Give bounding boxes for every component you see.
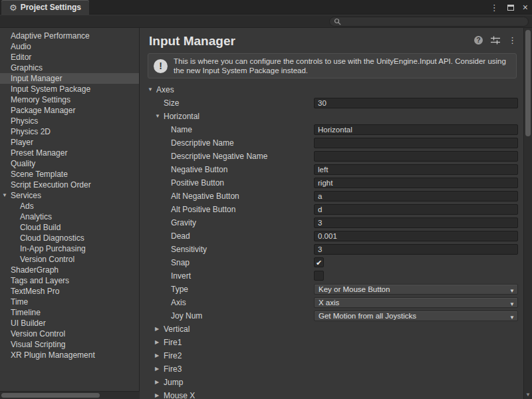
text-field-dead[interactable]: 0.001 [314, 231, 518, 241]
text-field-descriptive-name[interactable] [314, 138, 518, 148]
more-menu-icon[interactable]: ⋮ [508, 36, 517, 45]
sidebar-item-player[interactable]: Player [0, 137, 139, 148]
dropdown-joy-num[interactable]: Get Motion from all Joysticks▼ [314, 311, 518, 321]
foldout-closed-icon[interactable]: ▶ [155, 352, 159, 359]
sidebar-horizontal-scrollbar[interactable] [0, 391, 140, 399]
sidebar-item-label: Memory Settings [11, 95, 70, 104]
field-row-axes: ▼Axes [140, 83, 523, 96]
field-label[interactable]: Mouse X [164, 391, 195, 399]
maximize-icon[interactable] [507, 5, 514, 11]
sidebar-item-xr-plugin-management[interactable]: XR Plugin Management [0, 350, 139, 360]
field-label[interactable]: Vertical [164, 325, 190, 334]
search-input[interactable] [344, 18, 524, 26]
field-label[interactable]: Jump [164, 378, 183, 387]
text-field-gravity[interactable]: 3 [314, 217, 518, 228]
field-label[interactable]: Fire1 [164, 338, 182, 347]
foldout-open-icon[interactable]: ▼ [148, 86, 153, 93]
sidebar-item-shadergraph[interactable]: ShaderGraph [0, 265, 139, 275]
text-field-negative-button[interactable]: left [314, 164, 518, 175]
field-label: Descriptive Name [171, 138, 234, 148]
presets-icon[interactable] [491, 36, 500, 45]
sidebar-item-ui-builder[interactable]: UI Builder [0, 318, 139, 329]
sidebar-item-version-control[interactable]: Version Control [0, 254, 139, 265]
foldout-closed-icon[interactable]: ▶ [155, 392, 159, 399]
checkbox-snap[interactable]: ✔ [314, 257, 324, 267]
sidebar-item-services[interactable]: ▼Services [0, 190, 139, 201]
sidebar-item-graphics[interactable]: Graphics [0, 63, 139, 73]
search-box[interactable] [329, 17, 529, 27]
foldout-open-icon[interactable]: ▼ [155, 113, 160, 120]
sidebar-item-scene-template[interactable]: Scene Template [0, 169, 139, 180]
dropdown-arrow-icon: ▼ [509, 300, 515, 308]
sidebar-item-label: Services [11, 191, 41, 200]
sidebar-item-preset-manager[interactable]: Preset Manager [0, 148, 139, 158]
help-icon[interactable]: ? [474, 36, 483, 45]
sidebar-item-package-manager[interactable]: Package Manager [0, 105, 139, 116]
scrollbar-thumb[interactable] [1, 393, 100, 398]
field-label[interactable]: Fire3 [164, 364, 182, 374]
sidebar-item-cloud-diagnostics[interactable]: Cloud Diagnostics [0, 233, 139, 243]
sidebar-item-version-control[interactable]: Version Control [0, 329, 139, 339]
foldout-open-icon[interactable]: ▼ [2, 190, 7, 201]
tab-project-settings[interactable]: ⚙ Project Settings [1, 0, 89, 15]
sidebar-item-label: XR Plugin Management [11, 350, 95, 360]
sidebar-item-timeline[interactable]: Timeline [0, 307, 139, 318]
dropdown-type[interactable]: Key or Mouse Button▼ [314, 284, 518, 295]
text-field-descriptive-negative-name[interactable] [314, 151, 518, 162]
sidebar-item-time[interactable]: Time [0, 297, 139, 307]
close-icon[interactable]: × [523, 3, 528, 12]
field-label[interactable]: Fire2 [164, 351, 182, 360]
sidebar-item-audio[interactable]: Audio [0, 41, 139, 52]
dropdown-axis[interactable]: X axis▼ [314, 297, 518, 308]
sidebar-item-in-app-purchasing[interactable]: In-App Purchasing [0, 243, 139, 254]
text-field-alt-negative-button[interactable]: a [314, 191, 518, 201]
text-field-sensitivity[interactable]: 3 [314, 244, 518, 255]
text-field-alt-positive-button[interactable]: d [314, 204, 518, 215]
sidebar-item-physics[interactable]: Physics [0, 116, 139, 126]
checkbox-invert[interactable] [314, 271, 324, 281]
info-box: ! This is where you can configure the co… [148, 53, 517, 78]
text-field-size[interactable]: 30 [314, 98, 518, 108]
field-row-type: TypeKey or Mouse Button▼ [140, 283, 523, 296]
field-row-sensitivity: Sensitivity3 [140, 243, 523, 256]
sidebar-item-label: Editor [11, 53, 31, 62]
sidebar-item-label: ShaderGraph [11, 265, 59, 275]
foldout-closed-icon[interactable]: ▶ [155, 339, 159, 346]
scroll-down-icon[interactable]: ▼ [524, 392, 532, 398]
sidebar-item-ads[interactable]: Ads [0, 201, 139, 211]
settings-list: Adaptive PerformanceAudioEditorGraphicsI… [0, 31, 139, 360]
sidebar-item-label: Cloud Build [20, 223, 61, 232]
sidebar-item-memory-settings[interactable]: Memory Settings [0, 94, 139, 105]
foldout-closed-icon[interactable]: ▶ [155, 326, 159, 332]
field-row-jump: ▶Jump [140, 376, 523, 389]
foldout-closed-icon[interactable]: ▶ [155, 366, 159, 372]
field-row-descriptive-name: Descriptive Name [140, 136, 523, 150]
sidebar-item-quality[interactable]: Quality [0, 158, 139, 169]
field-row-invert: Invert [140, 269, 523, 283]
sidebar-item-visual-scripting[interactable]: Visual Scripting [0, 339, 139, 350]
field-row-fire3: ▶Fire3 [140, 362, 523, 376]
sidebar-item-label: Preset Manager [11, 148, 67, 158]
sidebar-item-adaptive-performance[interactable]: Adaptive Performance [0, 31, 139, 41]
sidebar-item-label: Audio [11, 42, 31, 51]
sidebar-item-editor[interactable]: Editor [0, 52, 139, 63]
field-label[interactable]: Horizontal [164, 112, 200, 121]
sidebar-item-input-manager[interactable]: Input Manager [0, 73, 139, 84]
sidebar-item-input-system-package[interactable]: Input System Package [0, 84, 139, 94]
sidebar-item-cloud-build[interactable]: Cloud Build [0, 222, 139, 233]
text-field-name[interactable]: Horizontal [314, 124, 518, 135]
sidebar-item-textmesh-pro[interactable]: TextMesh Pro [0, 286, 139, 297]
sidebar-item-script-execution-order[interactable]: Script Execution Order [0, 180, 139, 190]
text-field-positive-button[interactable]: right [314, 178, 518, 188]
sidebar-item-label: UI Builder [11, 319, 46, 328]
foldout-closed-icon[interactable]: ▶ [155, 379, 159, 386]
scrollbar-thumb[interactable] [525, 30, 531, 136]
window-menu-icon[interactable]: ⋮ [490, 3, 499, 12]
sidebar-item-physics-2d[interactable]: Physics 2D [0, 126, 139, 137]
main-vertical-scrollbar[interactable]: ▼ [523, 28, 532, 399]
sidebar-item-tags-and-layers[interactable]: Tags and Layers [0, 275, 139, 286]
field-label[interactable]: Axes [156, 85, 174, 94]
field-row-horizontal: ▼Horizontal [140, 110, 523, 123]
sidebar-item-analytics[interactable]: Analytics [0, 211, 139, 222]
field-row-fire2: ▶Fire2 [140, 349, 523, 362]
